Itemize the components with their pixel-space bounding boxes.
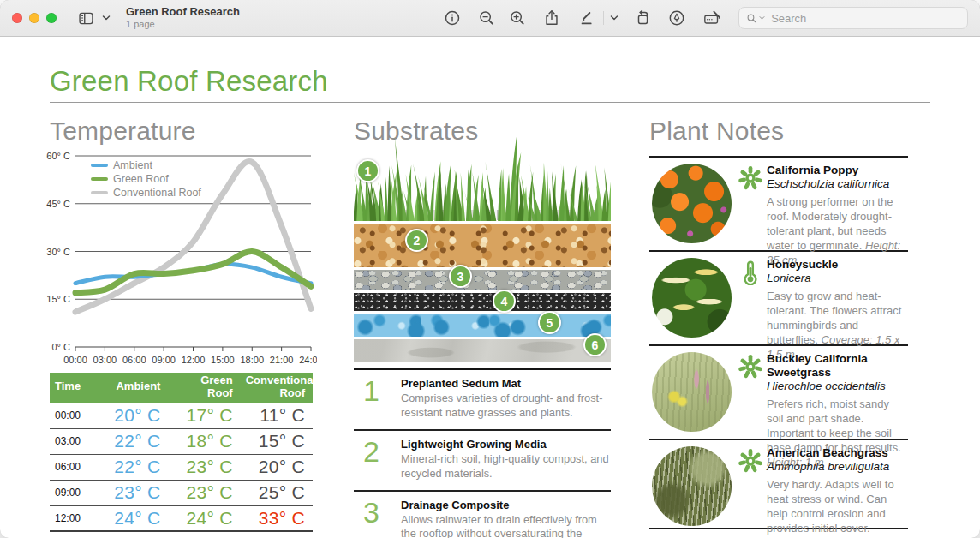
plant-notes-list: California Poppy Eschscholzia californic… — [649, 156, 908, 529]
search-input[interactable] — [769, 11, 960, 26]
svg-text:06:00: 06:00 — [122, 355, 146, 365]
cell-ambient: 24° C — [96, 505, 168, 531]
sidebar-menu-button[interactable] — [100, 13, 112, 23]
item-description: Mineral-rich soil, high-quality compost,… — [401, 452, 610, 481]
plant-name: American Beachgrass — [767, 446, 908, 460]
markup-button[interactable] — [666, 7, 688, 29]
cell-green-roof: 23° C — [168, 454, 240, 480]
svg-text:Ambient: Ambient — [113, 159, 152, 171]
cell-ambient: 20° C — [96, 403, 168, 428]
item-title: Lightweight Growing Media — [401, 438, 610, 451]
item-number: 1 — [354, 377, 401, 421]
plant-photo-sweetgrass — [652, 352, 732, 432]
sidebar-icon — [77, 9, 95, 27]
plant-entry: American Beachgrass Ammophila breviligul… — [649, 439, 908, 529]
page-title: Green Roof Research — [50, 65, 328, 98]
plant-description: Easy to grow and heat-tolerant. The flow… — [767, 290, 908, 362]
share-icon — [542, 9, 561, 27]
window-title-block: Green Roof Research 1 page — [126, 6, 240, 30]
search-menu-chevron-icon — [759, 15, 765, 21]
close-button[interactable] — [12, 13, 22, 23]
substrate-diagram: 1 2 3 4 5 6 — [354, 127, 611, 362]
col-header-ambient: Ambient — [96, 373, 168, 403]
table-header-row: Time Ambient Green Roof Conventional Roo… — [50, 373, 313, 403]
zoom-out-icon — [477, 9, 496, 27]
preview-window: Green Roof Research 1 page — [0, 0, 980, 538]
plant-description: Very hardy. Adapts well to heat stress o… — [767, 478, 908, 538]
sun-icon — [738, 354, 763, 380]
toolbar-divider — [603, 11, 604, 25]
list-item: 1 Preplanted Sedum Mat Comprises varieti… — [354, 370, 611, 429]
rotate-left-button[interactable] — [632, 7, 654, 29]
search-field[interactable] — [738, 7, 968, 29]
svg-text:09:00: 09:00 — [152, 355, 176, 365]
document-page: Green Roof Research Temperature 60° C45°… — [0, 37, 980, 538]
cell-time: 03:00 — [50, 428, 96, 454]
substrate-layer-deck — [354, 339, 611, 362]
zoom-window-button[interactable] — [46, 13, 57, 23]
traffic-lights — [12, 13, 57, 23]
temperature-chart: 60° C45° C30° C15° C0° C00:0003:0006:000… — [43, 151, 317, 367]
plant-entry: Honeysuckle Lonicera Easy to grow and he… — [649, 250, 908, 344]
substrate-layer-growing-media — [354, 224, 611, 267]
layer-badge-2: 2 — [405, 229, 428, 252]
cell-green-roof: 18° C — [168, 428, 240, 454]
layer-badge-3: 3 — [449, 265, 472, 288]
substrate-list: 1 Preplanted Sedum Mat Comprises varieti… — [354, 368, 611, 538]
zoom-out-button[interactable] — [475, 7, 498, 29]
share-button[interactable] — [541, 7, 563, 29]
zoom-in-button[interactable] — [506, 7, 529, 29]
toolbar — [441, 7, 968, 29]
temperature-table: Time Ambient Green Roof Conventional Roo… — [50, 373, 313, 532]
highlighter-icon — [578, 9, 597, 27]
table-row: 12:00 24° C 24° C 33° C — [50, 505, 313, 531]
cell-time: 09:00 — [50, 480, 96, 505]
highlight-dropdown-button[interactable] — [608, 13, 620, 23]
markup-pen-icon — [667, 9, 686, 27]
svg-text:45° C: 45° C — [46, 199, 70, 209]
minimize-button[interactable] — [29, 13, 39, 23]
fill-sign-icon — [702, 9, 723, 27]
section-heading-temperature: Temperature — [50, 117, 196, 146]
section-heading-plant-notes: Plant Notes — [649, 117, 784, 146]
info-button[interactable] — [441, 7, 463, 29]
substrate-layer-root-barrier — [354, 314, 611, 337]
item-number: 3 — [354, 499, 401, 538]
window-title: Green Roof Research — [126, 6, 240, 19]
table-row: 03:00 22° C 18° C 15° C — [50, 428, 313, 454]
substrate-layer-drainage-composite — [354, 293, 611, 311]
sun-icon — [738, 448, 763, 474]
svg-text:21:00: 21:00 — [270, 355, 294, 365]
window-subtitle: 1 page — [126, 19, 240, 30]
item-number: 2 — [354, 438, 401, 481]
plant-latin-name: Eschscholzia californica — [767, 177, 908, 192]
svg-text:Conventional Roof: Conventional Roof — [113, 187, 201, 199]
col-header-conventional-roof: Conventional Roof — [241, 373, 313, 403]
list-item: 2 Lightweight Growing Media Mineral-rich… — [354, 429, 611, 490]
sidebar-toggle-button[interactable] — [75, 8, 97, 29]
table-row: 00:00 20° C 17° C 11° C — [50, 403, 313, 428]
col-header-time: Time — [50, 373, 96, 403]
search-icon — [746, 12, 757, 25]
fill-sign-button[interactable] — [701, 7, 725, 29]
svg-text:0° C: 0° C — [51, 342, 70, 352]
svg-text:24:00: 24:00 — [299, 355, 317, 365]
cell-green-roof: 23° C — [168, 480, 240, 505]
plant-latin-name: Ammophila breviligulata — [767, 460, 908, 475]
layer-badge-5: 5 — [538, 311, 561, 334]
plant-name: Honeysuckle — [767, 258, 908, 272]
cell-conventional: 11° C — [241, 403, 313, 428]
cell-conventional: 20° C — [241, 454, 313, 480]
title-rule — [50, 102, 930, 103]
chevron-down-icon — [102, 15, 111, 21]
plant-name: Buckley California Sweetgrass — [767, 352, 908, 380]
cell-ambient: 22° C — [96, 428, 168, 454]
highlight-button[interactable] — [577, 7, 599, 29]
plant-entry: Buckley California Sweetgrass Hierochloe… — [649, 344, 908, 439]
titlebar: Green Roof Research 1 page — [0, 0, 980, 37]
plant-entry: California Poppy Eschscholzia californic… — [649, 156, 908, 250]
svg-text:03:00: 03:00 — [93, 355, 117, 365]
plant-latin-name: Hierochloe occidentalis — [767, 380, 908, 394]
cell-conventional-alert: 33° C — [241, 505, 313, 531]
rotate-left-icon — [634, 9, 653, 27]
